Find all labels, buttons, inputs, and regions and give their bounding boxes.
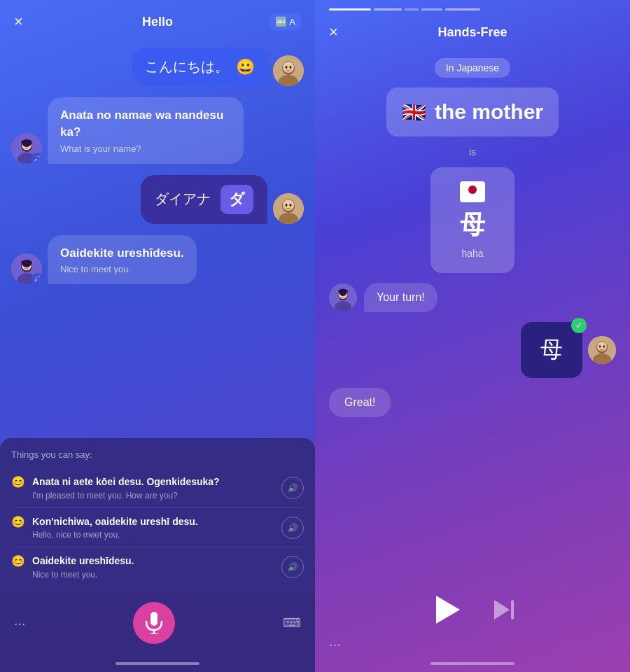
message-row: こんにちは。 😀 bbox=[11, 48, 304, 86]
home-bar bbox=[430, 662, 514, 665]
skip-icon bbox=[494, 600, 510, 620]
speaker-icon: 🔊 bbox=[31, 273, 42, 284]
skip-bar-icon bbox=[511, 600, 514, 620]
suggestion-sub-text: Nice to meet you. bbox=[32, 570, 134, 580]
english-word-card: 🇬🇧 the mother bbox=[386, 88, 559, 136]
japanese-character: 母 bbox=[460, 208, 485, 242]
suggestion-content: 😊 Anata ni aete kōei desu. Ogenkidesuka?… bbox=[11, 475, 281, 500]
suggestion-speaker-button[interactable]: 🔊 bbox=[281, 556, 304, 578]
suggestions-title: Things you can say: bbox=[11, 449, 304, 460]
your-turn-row: Your turn! bbox=[329, 283, 616, 312]
japan-flag-icon bbox=[460, 181, 485, 202]
suggestion-speaker-button[interactable]: 🔊 bbox=[281, 477, 304, 499]
suggestion-content: 😊 Oaidekite ureshīdesu. Nice to meet you… bbox=[11, 554, 281, 580]
right-header: × Hands-Free bbox=[315, 10, 630, 51]
left-panel: × Hello 🔤 A こんにちは。 😀 bbox=[0, 0, 315, 672]
keyboard-button[interactable]: ⌨ bbox=[283, 615, 301, 631]
bottom-bar: ··· ⌨ bbox=[0, 594, 315, 658]
great-bubble: Great! bbox=[329, 388, 391, 417]
right-chat-area: In Japanese 🇬🇧 the mother is 母 haha bbox=[315, 51, 630, 578]
home-bar bbox=[115, 662, 200, 665]
svg-point-17 bbox=[290, 204, 292, 206]
play-icon bbox=[436, 596, 460, 624]
your-turn-bubble: Your turn! bbox=[364, 283, 438, 312]
chat-bubble-right: こんにちは。 😀 bbox=[132, 48, 267, 86]
progress-bar bbox=[315, 0, 630, 10]
suggestion-sub-text: Hello, nice to meet you. bbox=[32, 530, 198, 540]
da-badge: ダ bbox=[220, 185, 253, 214]
avatar bbox=[273, 193, 304, 224]
bubble-text: こんにちは。 bbox=[145, 57, 229, 76]
chat-bubble-left: Oaidekite ureshīdesu. Nice to meet you. bbox=[48, 235, 197, 285]
answer-row: 母 ✓ bbox=[329, 322, 616, 378]
translate-button[interactable]: 🔤 A bbox=[270, 13, 301, 30]
bubble-main-text: Oaidekite ureshīdesu. bbox=[60, 245, 184, 262]
translate-label: A bbox=[289, 17, 295, 27]
right-title: Hands-Free bbox=[438, 25, 507, 40]
message-row: 🔊 Anata no namae wa nandesu ka? What is … bbox=[11, 97, 304, 164]
right-panel: × Hands-Free In Japanese 🇬🇧 the mother i… bbox=[315, 0, 630, 672]
svg-point-5 bbox=[290, 66, 292, 69]
bubble-text: ダイアナ bbox=[155, 190, 211, 209]
svg-point-16 bbox=[286, 204, 288, 206]
more-options-button[interactable]: ··· bbox=[315, 631, 630, 658]
translate-icon: 🔤 bbox=[275, 16, 287, 27]
speaker-icon: 🔊 bbox=[31, 153, 42, 164]
avatar: 🔊 bbox=[11, 253, 42, 284]
chat-bubble-da: ダイアナ ダ bbox=[141, 175, 267, 224]
svg-point-40 bbox=[603, 345, 606, 348]
right-close-button[interactable]: × bbox=[329, 23, 338, 41]
suggestion-main-text: Oaidekite ureshīdesu. bbox=[32, 554, 134, 568]
play-button[interactable] bbox=[427, 589, 469, 631]
svg-rect-24 bbox=[150, 612, 158, 626]
avatar: 🔊 bbox=[11, 133, 42, 164]
suggestion-main-text: Kon'nichiwa, oaidekite ureshī desu. bbox=[32, 515, 198, 529]
chat-bubble-left: Anata no namae wa nandesu ka? What is yo… bbox=[48, 97, 244, 164]
avatar bbox=[273, 55, 304, 86]
japanese-word-card: 母 haha bbox=[430, 167, 514, 273]
skip-button[interactable] bbox=[490, 596, 518, 624]
language-badge: In Japanese bbox=[435, 58, 510, 78]
suggestion-emoji: 😊 bbox=[11, 554, 25, 568]
suggestions-panel: Things you can say: 😊 Anata ni aete kōei… bbox=[0, 438, 315, 594]
svg-point-39 bbox=[599, 345, 601, 348]
suggestion-emoji: 😊 bbox=[11, 475, 25, 489]
message-row: 🔊 Oaidekite ureshīdesu. Nice to meet you… bbox=[11, 235, 304, 285]
suggestion-content: 😊 Kon'nichiwa, oaidekite ureshī desu. He… bbox=[11, 515, 281, 540]
suggestion-main-text: Anata ni aete kōei desu. Ogenkidesuka? bbox=[32, 475, 220, 489]
playback-controls bbox=[315, 578, 630, 631]
bubble-emoji: 😀 bbox=[236, 58, 255, 76]
suggestion-speaker-button[interactable]: 🔊 bbox=[281, 517, 304, 539]
list-item[interactable]: 😊 Oaidekite ureshīdesu. Nice to meet you… bbox=[11, 547, 304, 587]
left-header: × Hello 🔤 A bbox=[0, 0, 315, 41]
uk-flag-icon: 🇬🇧 bbox=[402, 101, 426, 124]
bubble-main-text: Anata no namae wa nandesu ka? bbox=[60, 107, 231, 141]
avatar bbox=[329, 284, 357, 312]
svg-point-4 bbox=[286, 66, 288, 69]
is-label: is bbox=[469, 146, 476, 158]
suggestion-emoji: 😊 bbox=[11, 515, 25, 528]
check-badge: ✓ bbox=[571, 318, 587, 333]
svg-point-28 bbox=[468, 186, 477, 194]
list-item[interactable]: 😊 Kon'nichiwa, oaidekite ureshī desu. He… bbox=[11, 508, 304, 548]
message-row: ダイアナ ダ bbox=[11, 175, 304, 224]
bubble-sub-text: What is your name? bbox=[60, 144, 231, 154]
more-options-button[interactable]: ··· bbox=[14, 615, 26, 631]
answer-card: 母 ✓ bbox=[521, 322, 582, 378]
home-indicator bbox=[0, 658, 315, 672]
left-title: Hello bbox=[142, 15, 173, 29]
left-close-button[interactable]: × bbox=[14, 13, 23, 31]
english-word: the mother bbox=[435, 100, 543, 124]
bubble-sub-text: Nice to meet you. bbox=[60, 264, 184, 274]
answer-japanese: 母 bbox=[540, 335, 563, 365]
microphone-button[interactable] bbox=[133, 602, 175, 644]
japanese-romaji: haha bbox=[461, 248, 483, 259]
list-item[interactable]: 😊 Anata ni aete kōei desu. Ogenkidesuka?… bbox=[11, 468, 304, 508]
avatar bbox=[588, 336, 616, 364]
chat-area: こんにちは。 😀 bbox=[0, 41, 315, 438]
home-indicator bbox=[315, 658, 630, 672]
suggestion-sub-text: I'm pleased to meet you. How are you? bbox=[32, 491, 220, 500]
